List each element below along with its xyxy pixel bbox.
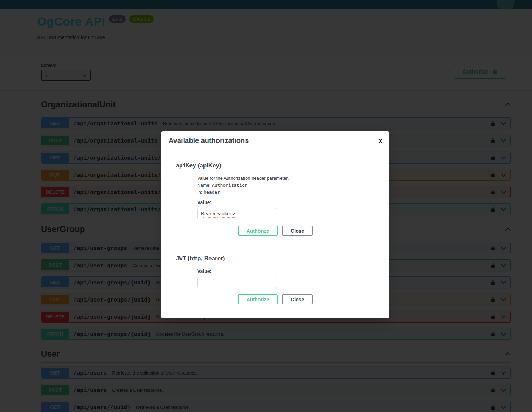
apikey-description: Value for the Authorization header param… <box>197 176 389 181</box>
apikey-heading: apiKey (apiKey) <box>176 162 389 169</box>
modal-title: Available authorizations <box>168 137 249 145</box>
name-label: Name: <box>197 183 210 188</box>
jwt-heading-code: JWT <box>176 255 186 262</box>
apikey-name-row: Name: Authorization <box>197 183 389 188</box>
apikey-value-label: Value: <box>197 200 389 205</box>
in-label: In: <box>197 190 202 195</box>
apikey-heading-suffix: (apiKey) <box>198 162 221 169</box>
apikey-in-row: In: header <box>197 190 389 195</box>
apikey-value-word: <token> <box>217 211 235 217</box>
jwt-heading: JWT (http, Bearer) <box>176 255 389 262</box>
apikey-value-word: Bearer <box>201 211 216 217</box>
apikey-close-button[interactable]: Close <box>282 226 313 236</box>
jwt-close-button[interactable]: Close <box>282 294 313 304</box>
in-value: header <box>203 190 220 195</box>
jwt-auth-section: JWT (http, Bearer) Value: Authorize Clos… <box>161 255 389 304</box>
apikey-heading-code: apiKey <box>176 162 196 169</box>
jwt-heading-suffix: (http, Bearer) <box>188 255 225 262</box>
apikey-auth-section: apiKey (apiKey) Value for the Authorizat… <box>161 162 389 243</box>
jwt-value-label: Value: <box>197 268 389 274</box>
name-value: Authorization <box>212 183 248 188</box>
jwt-value-input[interactable] <box>197 277 277 288</box>
apikey-authorize-button[interactable]: Authorize <box>238 226 278 236</box>
authorizations-modal: Available authorizations x apiKey (apiKe… <box>161 131 389 318</box>
close-icon[interactable]: x <box>379 138 382 144</box>
apikey-value-input[interactable]: Bearer<token> <box>197 208 277 219</box>
jwt-authorize-button[interactable]: Authorize <box>238 294 278 304</box>
